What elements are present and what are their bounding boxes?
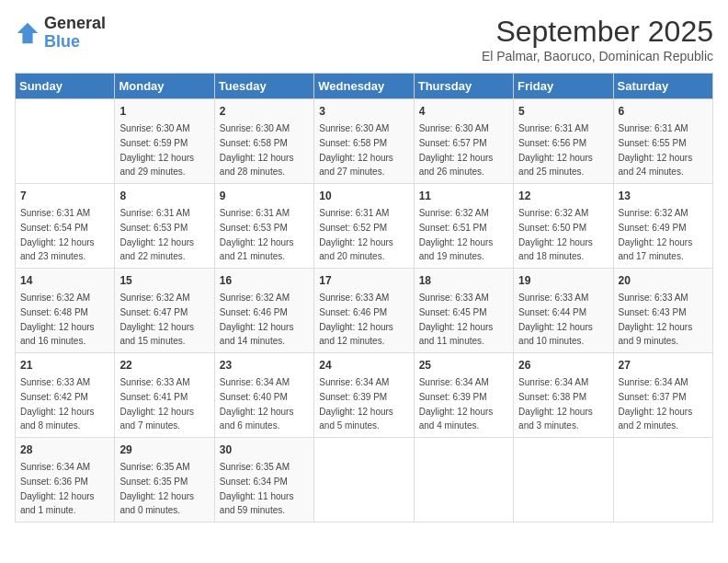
calendar-cell: 3Sunrise: 6:30 AMSunset: 6:58 PMDaylight…	[314, 99, 414, 184]
day-number: 14	[20, 272, 109, 289]
calendar-cell: 27Sunrise: 6:34 AMSunset: 6:37 PMDayligh…	[613, 353, 712, 438]
day-number: 7	[20, 188, 109, 204]
calendar-cell	[16, 99, 115, 184]
calendar-cell: 15Sunrise: 6:32 AMSunset: 6:47 PMDayligh…	[115, 269, 214, 353]
calendar-cell: 8Sunrise: 6:31 AMSunset: 6:53 PMDaylight…	[115, 184, 214, 269]
cell-info: Sunrise: 6:33 AMSunset: 6:46 PMDaylight:…	[319, 293, 393, 346]
month-title: September 2025	[482, 15, 713, 49]
day-number: 18	[419, 272, 508, 289]
day-number: 1	[119, 103, 209, 120]
day-number: 5	[518, 103, 608, 120]
column-header-tuesday: Tuesday	[214, 74, 313, 99]
day-number: 21	[20, 357, 109, 373]
cell-info: Sunrise: 6:31 AMSunset: 6:55 PMDaylight:…	[619, 123, 693, 177]
logo: General Blue	[15, 15, 106, 52]
cell-info: Sunrise: 6:31 AMSunset: 6:52 PMDaylight:…	[319, 208, 393, 261]
cell-info: Sunrise: 6:33 AMSunset: 6:42 PMDaylight:…	[20, 377, 95, 431]
calendar-cell: 2Sunrise: 6:30 AMSunset: 6:58 PMDaylight…	[214, 99, 313, 184]
logo-icon	[15, 20, 40, 46]
day-number: 20	[619, 272, 708, 289]
calendar-cell: 24Sunrise: 6:34 AMSunset: 6:39 PMDayligh…	[314, 353, 414, 438]
calendar-cell: 20Sunrise: 6:33 AMSunset: 6:43 PMDayligh…	[613, 269, 712, 353]
calendar-week-row: 1Sunrise: 6:30 AMSunset: 6:59 PMDaylight…	[16, 99, 713, 184]
cell-info: Sunrise: 6:34 AMSunset: 6:38 PMDaylight:…	[518, 377, 593, 431]
calendar-cell: 16Sunrise: 6:32 AMSunset: 6:46 PMDayligh…	[214, 269, 313, 353]
calendar-cell: 4Sunrise: 6:30 AMSunset: 6:57 PMDaylight…	[414, 99, 513, 184]
day-number: 16	[220, 272, 309, 289]
calendar-week-row: 21Sunrise: 6:33 AMSunset: 6:42 PMDayligh…	[16, 353, 713, 438]
cell-info: Sunrise: 6:31 AMSunset: 6:56 PMDaylight:…	[518, 123, 593, 177]
day-number: 19	[518, 272, 608, 289]
day-number: 30	[220, 442, 309, 458]
column-header-friday: Friday	[514, 74, 613, 99]
day-number: 17	[319, 272, 408, 289]
day-number: 15	[119, 272, 209, 289]
column-header-monday: Monday	[115, 74, 214, 99]
day-number: 9	[220, 188, 309, 204]
day-number: 8	[119, 188, 209, 204]
cell-info: Sunrise: 6:32 AMSunset: 6:49 PMDaylight:…	[619, 208, 693, 261]
column-header-saturday: Saturday	[613, 74, 712, 99]
calendar-cell: 13Sunrise: 6:32 AMSunset: 6:49 PMDayligh…	[613, 184, 712, 269]
calendar-cell: 9Sunrise: 6:31 AMSunset: 6:53 PMDaylight…	[214, 184, 313, 269]
cell-info: Sunrise: 6:30 AMSunset: 6:58 PMDaylight:…	[319, 123, 393, 177]
day-number: 12	[518, 188, 608, 204]
cell-info: Sunrise: 6:30 AMSunset: 6:57 PMDaylight:…	[419, 123, 494, 177]
calendar-cell: 7Sunrise: 6:31 AMSunset: 6:54 PMDaylight…	[16, 184, 115, 269]
column-header-sunday: Sunday	[16, 74, 115, 99]
calendar-cell: 29Sunrise: 6:35 AMSunset: 6:35 PMDayligh…	[115, 438, 214, 523]
calendar-cell: 10Sunrise: 6:31 AMSunset: 6:52 PMDayligh…	[314, 184, 414, 269]
calendar-week-row: 7Sunrise: 6:31 AMSunset: 6:54 PMDaylight…	[16, 184, 713, 269]
svg-marker-0	[17, 23, 38, 43]
day-number: 29	[119, 442, 209, 458]
calendar-cell	[314, 438, 414, 523]
calendar-cell: 30Sunrise: 6:35 AMSunset: 6:34 PMDayligh…	[214, 438, 313, 523]
header: General Blue September 2025 El Palmar, B…	[15, 15, 713, 63]
calendar-cell: 1Sunrise: 6:30 AMSunset: 6:59 PMDaylight…	[115, 99, 214, 184]
calendar-cell	[514, 438, 613, 523]
cell-info: Sunrise: 6:33 AMSunset: 6:44 PMDaylight:…	[518, 293, 593, 346]
day-number: 4	[419, 103, 508, 120]
cell-info: Sunrise: 6:34 AMSunset: 6:39 PMDaylight:…	[419, 377, 494, 431]
calendar-cell	[414, 438, 513, 523]
cell-info: Sunrise: 6:35 AMSunset: 6:34 PMDaylight:…	[220, 462, 294, 515]
day-number: 26	[518, 357, 608, 373]
cell-info: Sunrise: 6:33 AMSunset: 6:45 PMDaylight:…	[419, 293, 494, 346]
calendar-cell	[613, 438, 712, 523]
calendar-table: SundayMondayTuesdayWednesdayThursdayFrid…	[15, 73, 713, 523]
day-number: 27	[619, 357, 708, 373]
logo-general-text: General	[44, 15, 106, 33]
calendar-cell: 28Sunrise: 6:34 AMSunset: 6:36 PMDayligh…	[16, 438, 115, 523]
cell-info: Sunrise: 6:30 AMSunset: 6:58 PMDaylight:…	[220, 123, 294, 177]
day-number: 11	[419, 188, 508, 204]
column-header-thursday: Thursday	[414, 74, 513, 99]
day-number: 24	[319, 357, 408, 373]
day-number: 10	[319, 188, 408, 204]
day-number: 13	[619, 188, 708, 204]
cell-info: Sunrise: 6:31 AMSunset: 6:53 PMDaylight:…	[119, 208, 194, 261]
calendar-cell: 26Sunrise: 6:34 AMSunset: 6:38 PMDayligh…	[514, 353, 613, 438]
cell-info: Sunrise: 6:33 AMSunset: 6:41 PMDaylight:…	[119, 377, 194, 431]
calendar-week-row: 14Sunrise: 6:32 AMSunset: 6:48 PMDayligh…	[16, 269, 713, 353]
day-number: 25	[419, 357, 508, 373]
calendar-week-row: 28Sunrise: 6:34 AMSunset: 6:36 PMDayligh…	[16, 438, 713, 523]
cell-info: Sunrise: 6:34 AMSunset: 6:37 PMDaylight:…	[619, 377, 693, 431]
cell-info: Sunrise: 6:32 AMSunset: 6:50 PMDaylight:…	[518, 208, 593, 261]
cell-info: Sunrise: 6:31 AMSunset: 6:54 PMDaylight:…	[20, 208, 95, 261]
day-number: 2	[220, 103, 309, 120]
cell-info: Sunrise: 6:31 AMSunset: 6:53 PMDaylight:…	[220, 208, 294, 261]
day-number: 22	[119, 357, 209, 373]
cell-info: Sunrise: 6:32 AMSunset: 6:51 PMDaylight:…	[419, 208, 494, 261]
day-number: 23	[220, 357, 309, 373]
day-number: 6	[619, 103, 708, 120]
calendar-cell: 21Sunrise: 6:33 AMSunset: 6:42 PMDayligh…	[16, 353, 115, 438]
calendar-cell: 25Sunrise: 6:34 AMSunset: 6:39 PMDayligh…	[414, 353, 513, 438]
logo-blue-text: Blue	[44, 33, 106, 52]
cell-info: Sunrise: 6:30 AMSunset: 6:59 PMDaylight:…	[119, 123, 194, 177]
calendar-cell: 14Sunrise: 6:32 AMSunset: 6:48 PMDayligh…	[16, 269, 115, 353]
location-subtitle: El Palmar, Baoruco, Dominican Republic	[482, 49, 713, 63]
cell-info: Sunrise: 6:35 AMSunset: 6:35 PMDaylight:…	[119, 462, 194, 515]
calendar-cell: 5Sunrise: 6:31 AMSunset: 6:56 PMDaylight…	[514, 99, 613, 184]
calendar-cell: 17Sunrise: 6:33 AMSunset: 6:46 PMDayligh…	[314, 269, 414, 353]
calendar-header-row: SundayMondayTuesdayWednesdayThursdayFrid…	[16, 74, 713, 99]
